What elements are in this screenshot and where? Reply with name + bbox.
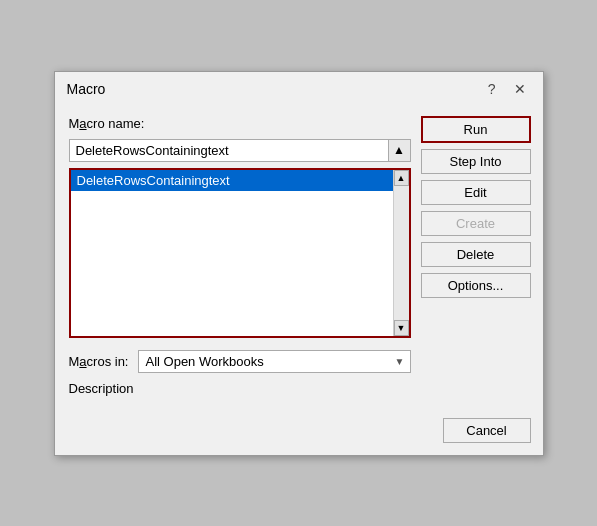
macros-in-label: Macros in: xyxy=(69,354,129,369)
run-button[interactable]: Run xyxy=(421,116,531,143)
macro-name-arrow-button[interactable]: ▲ xyxy=(388,140,410,161)
dialog-footer: Cancel xyxy=(55,412,543,455)
macros-in-select-wrapper: All Open Workbooks This Workbook Persona… xyxy=(138,350,410,373)
help-button[interactable]: ? xyxy=(483,80,501,98)
step-into-button[interactable]: Step Into xyxy=(421,149,531,174)
macro-name-input[interactable] xyxy=(70,140,388,161)
edit-button[interactable]: Edit xyxy=(421,180,531,205)
macros-in-row: Macros in: All Open Workbooks This Workb… xyxy=(69,344,411,375)
description-section: Description xyxy=(69,381,411,400)
macro-list-container: DeleteRowsContainingtext ▲ ▼ xyxy=(69,168,411,338)
description-label: Description xyxy=(69,379,134,400)
options-button[interactable]: Options... xyxy=(421,273,531,298)
title-controls: ? ✕ xyxy=(483,80,531,98)
macros-in-select[interactable]: All Open Workbooks This Workbook Persona… xyxy=(138,350,410,373)
title-bar: Macro ? ✕ xyxy=(55,72,543,104)
macro-list[interactable]: DeleteRowsContainingtext xyxy=(71,170,409,336)
macro-name-label: Macro name: xyxy=(69,116,411,131)
macro-name-row: ▲ xyxy=(69,139,411,162)
macro-dialog: Macro ? ✕ Macro name: ▲ DeleteRowsContai… xyxy=(54,71,544,456)
scrollbar: ▲ ▼ xyxy=(393,170,409,336)
left-panel: Macro name: ▲ DeleteRowsContainingtext ▲… xyxy=(69,116,411,400)
right-panel: Run Step Into Edit Create Delete Options… xyxy=(421,116,531,400)
list-item[interactable]: DeleteRowsContainingtext xyxy=(71,170,409,191)
dialog-title: Macro xyxy=(67,81,106,97)
scroll-track xyxy=(394,186,409,320)
dialog-body: Macro name: ▲ DeleteRowsContainingtext ▲… xyxy=(55,104,543,412)
close-button[interactable]: ✕ xyxy=(509,80,531,98)
scroll-up-button[interactable]: ▲ xyxy=(394,170,409,186)
delete-button[interactable]: Delete xyxy=(421,242,531,267)
cancel-button[interactable]: Cancel xyxy=(443,418,531,443)
create-button[interactable]: Create xyxy=(421,211,531,236)
scroll-down-button[interactable]: ▼ xyxy=(394,320,409,336)
